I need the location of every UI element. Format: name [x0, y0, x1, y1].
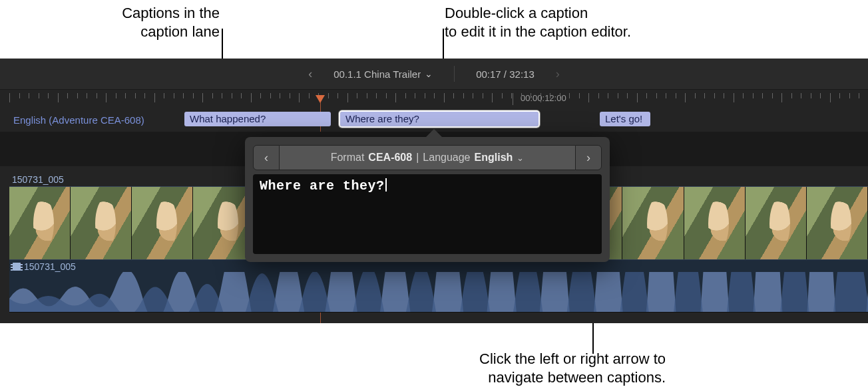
chevron-down-icon: ⌄ [517, 153, 524, 163]
separator [454, 66, 455, 82]
caption-format-selector[interactable]: Format CEA-608 | Language English ⌄ [280, 145, 575, 170]
video-clip-title: 150731_005 [12, 174, 64, 185]
filmstrip-icon [12, 263, 21, 271]
chevron-down-icon: ⌄ [425, 68, 433, 79]
audio-waveform [9, 272, 868, 312]
project-selector[interactable]: 00.1.1 China Trailer ⌄ [333, 68, 433, 80]
callout-double-click: Double-click a captionto edit it in the … [445, 4, 704, 41]
text-cursor [385, 178, 387, 192]
caption-text-editor[interactable]: Where are they? [253, 174, 602, 254]
prev-caption-button[interactable]: ‹ [253, 145, 280, 170]
history-back-button[interactable]: ‹ [308, 68, 312, 80]
audio-clip[interactable]: 150731_005 [9, 259, 868, 313]
history-forward-button[interactable]: › [556, 68, 560, 80]
caption-clip[interactable]: Let's go! [600, 112, 650, 126]
timecode-display: 00:17 / 32:13 [476, 68, 535, 80]
project-name: 00.1.1 China Trailer [333, 68, 421, 80]
caption-editor-popover: ‹ Format CEA-608 | Language English ⌄ › … [245, 137, 610, 262]
caption-clip[interactable]: What happened? [184, 112, 331, 126]
audio-clip-title: 150731_005 [12, 261, 76, 272]
caption-editor-text: Where are they? [260, 178, 385, 194]
caption-lane-label: English (Adventure CEA-608) [13, 112, 144, 129]
callout-caption-lane: Captions in thecaption lane [33, 4, 220, 41]
caption-lane: English (Adventure CEA-608) What happene… [9, 112, 868, 129]
time-ruler[interactable]: // ticks generated after data load below… [9, 93, 868, 109]
timeline-toolbar: ‹ 00.1.1 China Trailer ⌄ 00:17 / 32:13 › [0, 59, 868, 90]
callout-nav-arrows: Click the left or right arrow tonavigate… [426, 350, 666, 387]
timeline-panel: ‹ 00.1.1 China Trailer ⌄ 00:17 / 32:13 ›… [0, 59, 868, 323]
caption-clip[interactable]: Where are they? [340, 112, 539, 126]
next-caption-button[interactable]: › [575, 145, 602, 170]
